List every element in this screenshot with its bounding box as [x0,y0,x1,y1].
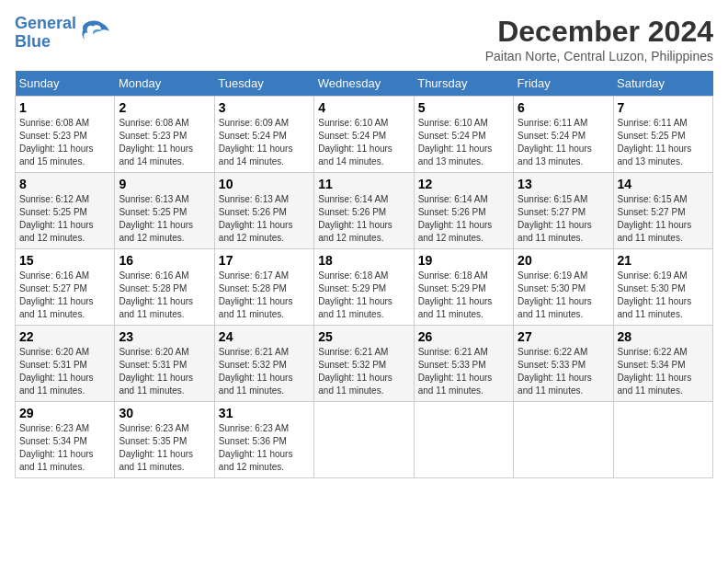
day-info: Sunrise: 6:13 AM Sunset: 5:25 PM Dayligh… [119,193,210,245]
day-number: 5 [418,100,509,115]
day-info: Sunrise: 6:18 AM Sunset: 5:29 PM Dayligh… [418,270,509,321]
calendar-cell: 23 Sunrise: 6:20 AM Sunset: 5:31 PM Dayl… [115,326,214,402]
day-number: 9 [119,177,210,191]
day-number: 10 [219,177,310,191]
calendar-header-row: Sunday Monday Tuesday Wednesday Thursday… [16,71,713,97]
calendar-cell: 6 Sunrise: 6:11 AM Sunset: 5:24 PM Dayli… [514,97,613,173]
day-number: 21 [618,253,709,268]
day-number: 17 [219,253,310,268]
day-info: Sunrise: 6:21 AM Sunset: 5:32 PM Dayligh… [318,346,409,397]
calendar-cell: 28 Sunrise: 6:22 AM Sunset: 5:34 PM Dayl… [613,326,712,402]
calendar-cell: 26 Sunrise: 6:21 AM Sunset: 5:33 PM Dayl… [414,326,513,402]
day-info: Sunrise: 6:13 AM Sunset: 5:26 PM Dayligh… [219,193,310,245]
day-info: Sunrise: 6:21 AM Sunset: 5:32 PM Dayligh… [219,346,310,397]
calendar-cell: 9 Sunrise: 6:13 AM Sunset: 5:25 PM Dayli… [115,173,214,249]
calendar-cell: 18 Sunrise: 6:18 AM Sunset: 5:29 PM Dayl… [314,249,414,326]
logo: GeneralBlue [15,15,111,52]
day-info: Sunrise: 6:14 AM Sunset: 5:26 PM Dayligh… [418,193,509,245]
col-thursday: Thursday [414,71,513,97]
calendar-cell: 12 Sunrise: 6:14 AM Sunset: 5:26 PM Dayl… [414,173,513,249]
day-info: Sunrise: 6:08 AM Sunset: 5:23 PM Dayligh… [19,117,110,168]
day-number: 1 [19,100,110,115]
day-number: 27 [518,329,609,344]
day-info: Sunrise: 6:20 AM Sunset: 5:31 PM Dayligh… [19,346,110,397]
col-tuesday: Tuesday [214,71,313,97]
day-info: Sunrise: 6:23 AM Sunset: 5:34 PM Dayligh… [19,422,110,474]
calendar-cell: 14 Sunrise: 6:15 AM Sunset: 5:27 PM Dayl… [613,173,712,249]
day-info: Sunrise: 6:22 AM Sunset: 5:34 PM Dayligh… [618,346,709,397]
day-info: Sunrise: 6:11 AM Sunset: 5:25 PM Dayligh… [618,117,709,168]
calendar-cell: 22 Sunrise: 6:20 AM Sunset: 5:31 PM Dayl… [16,326,115,402]
day-info: Sunrise: 6:16 AM Sunset: 5:27 PM Dayligh… [19,270,110,321]
day-info: Sunrise: 6:19 AM Sunset: 5:30 PM Dayligh… [618,270,709,321]
calendar-cell: 16 Sunrise: 6:16 AM Sunset: 5:28 PM Dayl… [115,249,214,326]
day-info: Sunrise: 6:20 AM Sunset: 5:31 PM Dayligh… [119,346,210,397]
day-number: 12 [418,177,509,191]
calendar-cell: 29 Sunrise: 6:23 AM Sunset: 5:34 PM Dayl… [16,402,115,478]
calendar-table: Sunday Monday Tuesday Wednesday Thursday… [15,71,713,478]
page-header: GeneralBlue December 2024 Paitan Norte, … [15,15,713,63]
calendar-week-row: 29 Sunrise: 6:23 AM Sunset: 5:34 PM Dayl… [16,402,713,478]
day-number: 19 [418,253,509,268]
col-wednesday: Wednesday [314,71,414,97]
location: Paitan Norte, Central Luzon, Philippines [485,49,713,63]
calendar-cell [514,402,613,478]
logo-text: GeneralBlue [15,15,76,52]
day-number: 30 [119,406,210,420]
day-number: 3 [219,100,310,115]
calendar-cell: 20 Sunrise: 6:19 AM Sunset: 5:30 PM Dayl… [514,249,613,326]
day-info: Sunrise: 6:12 AM Sunset: 5:25 PM Dayligh… [19,193,110,245]
calendar-cell: 27 Sunrise: 6:22 AM Sunset: 5:33 PM Dayl… [514,326,613,402]
day-number: 23 [119,329,210,344]
calendar-body: 1 Sunrise: 6:08 AM Sunset: 5:23 PM Dayli… [16,97,713,478]
day-info: Sunrise: 6:21 AM Sunset: 5:33 PM Dayligh… [418,346,509,397]
day-number: 31 [219,406,310,420]
calendar-cell: 1 Sunrise: 6:08 AM Sunset: 5:23 PM Dayli… [16,97,115,173]
calendar-cell: 19 Sunrise: 6:18 AM Sunset: 5:29 PM Dayl… [414,249,513,326]
day-number: 8 [19,177,110,191]
month-title: December 2024 [485,15,713,49]
calendar-cell: 7 Sunrise: 6:11 AM Sunset: 5:25 PM Dayli… [613,97,712,173]
day-number: 14 [618,177,709,191]
col-sunday: Sunday [16,71,115,97]
day-number: 25 [318,329,409,344]
day-number: 20 [518,253,609,268]
calendar-cell: 5 Sunrise: 6:10 AM Sunset: 5:24 PM Dayli… [414,97,513,173]
title-block: December 2024 Paitan Norte, Central Luzo… [485,15,713,63]
day-number: 28 [618,329,709,344]
day-info: Sunrise: 6:16 AM Sunset: 5:28 PM Dayligh… [119,270,210,321]
day-number: 18 [318,253,409,268]
calendar-cell: 2 Sunrise: 6:08 AM Sunset: 5:23 PM Dayli… [115,97,214,173]
day-number: 6 [518,100,609,115]
day-number: 15 [19,253,110,268]
calendar-cell: 25 Sunrise: 6:21 AM Sunset: 5:32 PM Dayl… [314,326,414,402]
calendar-cell: 15 Sunrise: 6:16 AM Sunset: 5:27 PM Dayl… [16,249,115,326]
day-number: 11 [318,177,409,191]
calendar-week-row: 22 Sunrise: 6:20 AM Sunset: 5:31 PM Dayl… [16,326,713,402]
calendar-cell [414,402,513,478]
calendar-cell: 11 Sunrise: 6:14 AM Sunset: 5:26 PM Dayl… [314,173,414,249]
calendar-cell: 30 Sunrise: 6:23 AM Sunset: 5:35 PM Dayl… [115,402,214,478]
calendar-cell: 24 Sunrise: 6:21 AM Sunset: 5:32 PM Dayl… [214,326,313,402]
calendar-cell: 4 Sunrise: 6:10 AM Sunset: 5:24 PM Dayli… [314,97,414,173]
calendar-week-row: 1 Sunrise: 6:08 AM Sunset: 5:23 PM Dayli… [16,97,713,173]
day-info: Sunrise: 6:10 AM Sunset: 5:24 PM Dayligh… [318,117,409,168]
calendar-cell: 10 Sunrise: 6:13 AM Sunset: 5:26 PM Dayl… [214,173,313,249]
calendar-cell: 8 Sunrise: 6:12 AM Sunset: 5:25 PM Dayli… [16,173,115,249]
calendar-cell: 31 Sunrise: 6:23 AM Sunset: 5:36 PM Dayl… [214,402,313,478]
day-number: 26 [418,329,509,344]
day-number: 7 [618,100,709,115]
col-saturday: Saturday [613,71,712,97]
day-info: Sunrise: 6:09 AM Sunset: 5:24 PM Dayligh… [219,117,310,168]
calendar-cell: 13 Sunrise: 6:15 AM Sunset: 5:27 PM Dayl… [514,173,613,249]
day-info: Sunrise: 6:08 AM Sunset: 5:23 PM Dayligh… [119,117,210,168]
day-info: Sunrise: 6:18 AM Sunset: 5:29 PM Dayligh… [318,270,409,321]
day-number: 13 [518,177,609,191]
day-number: 2 [119,100,210,115]
day-info: Sunrise: 6:15 AM Sunset: 5:27 PM Dayligh… [518,193,609,245]
day-number: 29 [19,406,110,420]
calendar-week-row: 15 Sunrise: 6:16 AM Sunset: 5:27 PM Dayl… [16,249,713,326]
calendar-cell: 3 Sunrise: 6:09 AM Sunset: 5:24 PM Dayli… [214,97,313,173]
day-info: Sunrise: 6:15 AM Sunset: 5:27 PM Dayligh… [618,193,709,245]
calendar-cell [613,402,712,478]
